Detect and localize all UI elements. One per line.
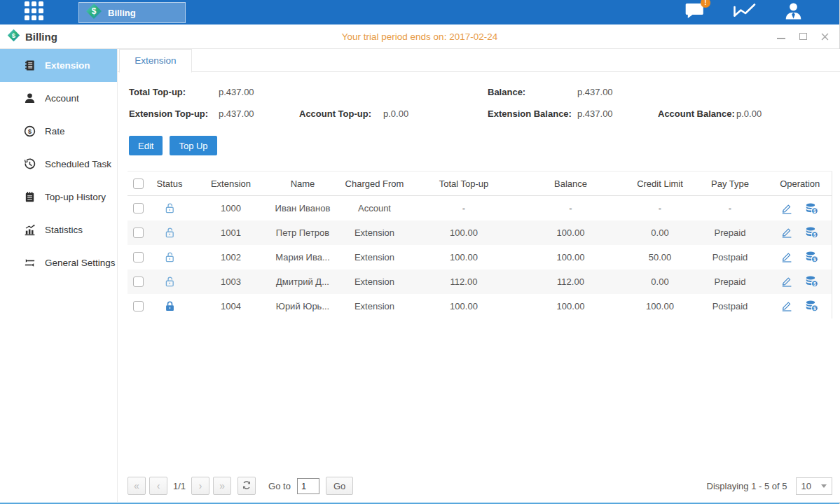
- sidebar-item-scheduled-task[interactable]: Scheduled Task: [0, 148, 117, 181]
- taskbar-tab-label: Billing: [108, 8, 198, 18]
- extension-table-body: 1000Иван ИвановAccount----$1001Петр Петр…: [128, 196, 832, 318]
- svg-text:$: $: [813, 208, 816, 214]
- account-topup-label: Account Top-up:: [299, 108, 383, 120]
- edit-button[interactable]: Edit: [129, 136, 163, 155]
- notifications-button[interactable]: !: [684, 2, 705, 23]
- refresh-button[interactable]: [237, 477, 256, 495]
- cell-balance: -: [513, 196, 628, 220]
- cell-total-topup: -: [415, 196, 513, 220]
- prev-page-button[interactable]: ‹: [149, 477, 167, 495]
- column-header: Charged From: [334, 172, 415, 196]
- edit-row-button[interactable]: [781, 276, 792, 287]
- cell-name: Петр Петров: [271, 220, 334, 245]
- svg-text:$: $: [813, 232, 816, 238]
- tab-extension[interactable]: Extension: [119, 49, 192, 73]
- edit-row-button[interactable]: [781, 300, 792, 312]
- billing-app-icon-small: $: [7, 29, 20, 44]
- topup-button[interactable]: Top Up: [170, 136, 216, 155]
- refresh-icon: [242, 480, 252, 492]
- tab-strip: Extension: [118, 49, 840, 72]
- extension-table: StatusExtensionNameCharged FromTotal Top…: [128, 171, 832, 318]
- cell-balance: 100.00: [513, 245, 628, 270]
- cell-name: Юрий Юрь...: [271, 294, 334, 318]
- trial-notice: Your trial period ends on: 2017-02-24: [0, 31, 839, 42]
- unlocked-icon: [164, 227, 176, 239]
- resource-monitor-button[interactable]: [733, 2, 756, 22]
- edit-row-button[interactable]: [781, 227, 792, 238]
- cell-total-topup: 100.00: [415, 245, 513, 270]
- row-checkbox[interactable]: [133, 203, 144, 214]
- table-row: 1001Петр ПетровExtension100.00100.000.00…: [128, 220, 832, 245]
- total-topup-label: Total Top-up:: [129, 86, 219, 99]
- unlocked-icon: [164, 251, 176, 263]
- billing-app-icon: $: [85, 3, 102, 22]
- sidebar-item-general-settings[interactable]: General Settings: [0, 246, 117, 279]
- column-header: Pay Type: [691, 172, 769, 196]
- chevron-down-icon: [821, 484, 827, 488]
- cell-total-topup: 100.00: [415, 220, 513, 245]
- toolbar: Edit Top Up: [129, 136, 832, 155]
- balance-value: p.437.00: [577, 86, 658, 99]
- last-page-button[interactable]: »: [213, 477, 231, 495]
- window-title: Billing: [25, 31, 57, 43]
- cell-pay-type: Prepaid: [691, 270, 769, 294]
- taskbar-tab-billing[interactable]: $ Billing: [78, 2, 186, 23]
- maximize-button[interactable]: [798, 31, 808, 41]
- cell-name: Дмитрий Д...: [271, 270, 334, 294]
- total-topup-value: p.437.00: [219, 86, 299, 99]
- goto-label: Go to: [268, 481, 291, 491]
- sidebar-item-account[interactable]: Account: [0, 82, 117, 115]
- next-page-button[interactable]: ›: [191, 477, 209, 495]
- app-launcher-button[interactable]: [25, 1, 43, 23]
- minimize-button[interactable]: [776, 31, 786, 41]
- topup-row-button[interactable]: $: [805, 276, 818, 287]
- cell-credit-limit: 100.00: [628, 294, 691, 318]
- sidebar-item-extension[interactable]: Extension: [0, 49, 117, 82]
- cell-charged-from: Extension: [334, 245, 415, 270]
- billing-app-window: $ Billing !: [0, 0, 840, 504]
- table-row: 1003Дмитрий Д...Extension112.00112.000.0…: [128, 270, 832, 294]
- page-size-value: 10: [801, 481, 811, 491]
- sidebar-item-rate[interactable]: $Rate: [0, 115, 117, 148]
- sidebar: ExtensionAccount$RateScheduled TaskTop-u…: [0, 49, 118, 502]
- cell-total-topup: 112.00: [415, 270, 513, 294]
- cell-balance: 100.00: [513, 220, 628, 245]
- row-checkbox[interactable]: [133, 227, 144, 238]
- sidebar-item-statistics[interactable]: Statistics: [0, 214, 117, 246]
- select-all-checkbox[interactable]: [133, 178, 144, 189]
- go-button[interactable]: Go: [326, 477, 353, 495]
- topup-row-button[interactable]: $: [805, 300, 818, 312]
- first-page-button[interactable]: «: [128, 477, 146, 495]
- sidebar-item-label: Top-up History: [45, 192, 106, 202]
- summary-panel: Total Top-up: p.437.00 Extension Top-up:…: [128, 72, 832, 130]
- cell-pay-type: -: [691, 196, 769, 220]
- topup-row-button[interactable]: $: [805, 203, 818, 214]
- window-controls: [776, 31, 829, 41]
- cell-charged-from: Extension: [334, 270, 415, 294]
- row-checkbox[interactable]: [133, 301, 144, 312]
- extension-balance-label: Extension Balance:: [488, 108, 577, 120]
- close-button[interactable]: [820, 31, 829, 41]
- goto-page-input[interactable]: [297, 478, 319, 494]
- last-page-icon: »: [219, 480, 225, 491]
- row-checkbox[interactable]: [133, 252, 144, 262]
- extension-icon: [23, 59, 36, 72]
- table-row: 1002Мария Ива...Extension100.00100.0050.…: [128, 245, 832, 270]
- general-settings-icon: [23, 257, 36, 270]
- unlocked-icon: [164, 202, 176, 214]
- topup-row-button[interactable]: $: [805, 227, 818, 238]
- cell-balance: 112.00: [513, 270, 628, 294]
- page-indicator: 1/1: [173, 481, 186, 491]
- row-checkbox[interactable]: [133, 276, 144, 287]
- page-size-select[interactable]: 10: [796, 477, 832, 495]
- cell-credit-limit: 0.00: [628, 220, 691, 245]
- account-icon: [23, 92, 36, 105]
- cell-charged-from: Extension: [334, 294, 415, 318]
- edit-row-button[interactable]: [781, 251, 792, 262]
- sidebar-item-topup-history[interactable]: Top-up History: [0, 181, 117, 214]
- topup-row-button[interactable]: $: [805, 251, 818, 262]
- user-menu-button[interactable]: [784, 1, 803, 23]
- edit-row-button[interactable]: [781, 203, 792, 214]
- pagination-bar: « ‹ 1/1 › » Go to: [128, 475, 832, 496]
- cell-extension: 1002: [191, 245, 271, 270]
